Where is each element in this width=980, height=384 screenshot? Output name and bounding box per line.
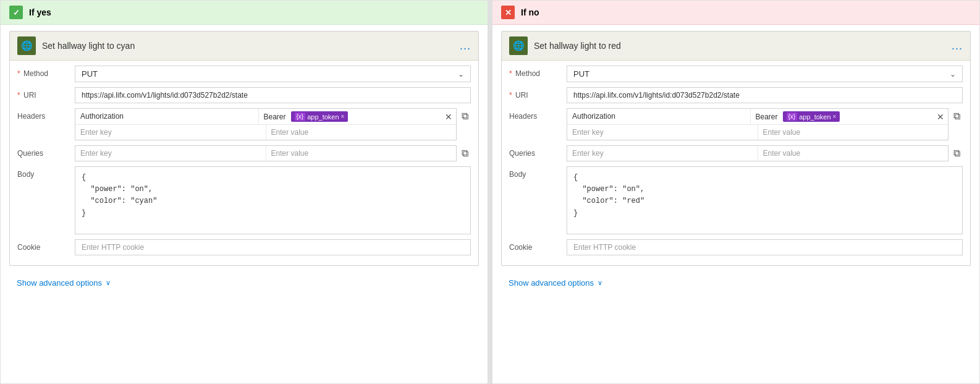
header-value2-cyan[interactable]: Enter value bbox=[266, 125, 457, 140]
method-dropdown-cyan[interactable]: PUT ⌄ bbox=[75, 66, 471, 82]
header-token-cell-cyan: Bearer {x} app_token × bbox=[259, 109, 442, 124]
header-row-2-cyan: Enter key Enter value bbox=[75, 125, 456, 140]
queries-row-red: Queries Enter key Enter value ⧉ bbox=[509, 145, 963, 161]
brace-icon-red: {x} bbox=[787, 113, 798, 121]
queries-row-cyan: Queries Enter key Enter value ⧉ bbox=[17, 145, 471, 161]
red-card-header: 🌐 Set hallway light to red ... bbox=[502, 32, 970, 61]
uri-label-red: * URI bbox=[509, 87, 562, 100]
headers-container-cyan: Authorization Bearer {x} app_token × bbox=[75, 108, 471, 140]
query-key-cyan[interactable]: Enter key bbox=[75, 146, 266, 161]
method-dropdown-red[interactable]: PUT ⌄ bbox=[567, 66, 963, 82]
required-star-uri: * bbox=[17, 91, 20, 100]
red-dots-menu[interactable]: ... bbox=[952, 40, 963, 53]
body-label-cyan: Body bbox=[17, 166, 70, 179]
chevron-advanced-cyan: ∨ bbox=[106, 279, 111, 287]
cookie-placeholder-red[interactable]: Enter HTTP cookie bbox=[567, 239, 963, 255]
red-card: 🌐 Set hallway light to red ... * Method … bbox=[501, 31, 971, 266]
show-advanced-label-cyan: Show advanced options bbox=[17, 278, 102, 288]
red-card-title: Set hallway light to red bbox=[534, 41, 621, 51]
header-key2-red[interactable]: Enter key bbox=[567, 125, 758, 140]
body-value-red[interactable]: { "power": "on", "color": "red" } bbox=[567, 166, 963, 234]
header-row-1-red: Authorization Bearer {x} app_token × bbox=[567, 109, 948, 125]
token-name-red: app_token bbox=[799, 113, 830, 121]
token-close-cyan[interactable]: × bbox=[341, 113, 345, 120]
red-card-header-left: 🌐 Set hallway light to red bbox=[509, 36, 621, 55]
body-input-cyan[interactable]: { "power": "on", "color": "cyan" } bbox=[75, 166, 471, 234]
show-advanced-label-red: Show advanced options bbox=[509, 278, 594, 288]
show-advanced-red[interactable]: Show advanced options ∨ bbox=[501, 273, 971, 292]
queries-grid-red: Enter key Enter value bbox=[567, 145, 948, 161]
queries-container-red: Enter key Enter value ⧉ bbox=[567, 145, 963, 161]
body-label-red: Body bbox=[509, 166, 562, 179]
token-tag-red: {x} app_token × bbox=[783, 111, 840, 122]
globe-icon-cyan: 🌐 bbox=[17, 36, 36, 55]
cyan-form: * Method PUT ⌄ * URI https:/ bbox=[10, 61, 478, 265]
cookie-input-red[interactable]: Enter HTTP cookie bbox=[567, 239, 963, 255]
uri-input-red[interactable]: https://api.lifx.com/v1/lights/id:d073d5… bbox=[567, 87, 963, 103]
uri-value-red[interactable]: https://api.lifx.com/v1/lights/id:d073d5… bbox=[567, 87, 963, 103]
brace-icon-cyan: {x} bbox=[295, 113, 306, 121]
cookie-placeholder-cyan[interactable]: Enter HTTP cookie bbox=[75, 239, 471, 255]
body-value-cyan[interactable]: { "power": "on", "color": "cyan" } bbox=[75, 166, 471, 234]
header-row-2-red: Enter key Enter value bbox=[567, 125, 948, 140]
bearer-text-red: Bearer bbox=[756, 113, 778, 121]
show-advanced-cyan[interactable]: Show advanced options ∨ bbox=[9, 273, 479, 292]
cookie-label-red: Cookie bbox=[509, 239, 562, 252]
cookie-label-cyan: Cookie bbox=[17, 239, 70, 252]
delete-header-red[interactable]: ✕ bbox=[933, 109, 948, 124]
uri-input-cyan[interactable]: https://api.lifx.com/v1/lights/id:d073d5… bbox=[75, 87, 471, 103]
token-close-red[interactable]: × bbox=[833, 113, 837, 120]
cyan-dots-menu[interactable]: ... bbox=[460, 40, 471, 53]
copy-queries-btn-red[interactable]: ⧉ bbox=[951, 145, 963, 161]
uri-label-cyan: * URI bbox=[17, 87, 70, 100]
check-icon: ✓ bbox=[9, 6, 23, 19]
method-label-red: * Method bbox=[509, 66, 562, 78]
if-yes-body: 🌐 Set hallway light to cyan ... * Method… bbox=[1, 25, 488, 383]
body-input-red[interactable]: { "power": "on", "color": "red" } bbox=[567, 166, 963, 234]
if-no-header: ✕ If no bbox=[492, 1, 979, 25]
cookie-input-cyan[interactable]: Enter HTTP cookie bbox=[75, 239, 471, 255]
headers-grid-red: Authorization Bearer {x} app_token × bbox=[567, 108, 948, 140]
token-name-cyan: app_token bbox=[307, 113, 339, 121]
cyan-card-header-left: 🌐 Set hallway light to cyan bbox=[17, 36, 135, 55]
if-yes-label: If yes bbox=[29, 7, 51, 17]
required-star-method-red: * bbox=[509, 69, 512, 78]
headers-row-red: Headers Authorization Bearer {x} app_tok… bbox=[509, 108, 963, 140]
red-form: * Method PUT ⌄ * URI https:/ bbox=[502, 61, 970, 265]
required-star: * bbox=[17, 69, 20, 78]
query-value-red[interactable]: Enter value bbox=[758, 146, 948, 161]
body-row-cyan: Body { "power": "on", "color": "cyan" } bbox=[17, 166, 471, 234]
cyan-card-title: Set hallway light to cyan bbox=[42, 41, 135, 51]
query-row-1-cyan: Enter key Enter value bbox=[75, 146, 456, 161]
method-select-cyan[interactable]: PUT ⌄ bbox=[75, 66, 471, 82]
query-row-1-red: Enter key Enter value bbox=[567, 146, 948, 161]
if-no-panel: ✕ If no 🌐 Set hallway light to red ... *… bbox=[492, 0, 980, 384]
required-star-uri-red: * bbox=[509, 91, 512, 100]
copy-headers-btn-red[interactable]: ⧉ bbox=[951, 108, 963, 124]
headers-grid-cyan: Authorization Bearer {x} app_token × bbox=[75, 108, 457, 140]
header-value2-red[interactable]: Enter value bbox=[758, 125, 948, 140]
header-key-cyan: Authorization bbox=[75, 109, 259, 124]
copy-queries-btn-cyan[interactable]: ⧉ bbox=[459, 145, 471, 161]
query-value-cyan[interactable]: Enter value bbox=[266, 146, 457, 161]
query-key-red[interactable]: Enter key bbox=[567, 146, 758, 161]
method-row-red: * Method PUT ⌄ bbox=[509, 66, 963, 82]
cyan-card-header: 🌐 Set hallway light to cyan ... bbox=[10, 32, 478, 61]
delete-header-cyan[interactable]: ✕ bbox=[441, 109, 456, 124]
queries-container-cyan: Enter key Enter value ⧉ bbox=[75, 145, 471, 161]
headers-container-red: Authorization Bearer {x} app_token × bbox=[567, 108, 963, 140]
chevron-down-icon-red: ⌄ bbox=[950, 70, 956, 79]
header-key-red: Authorization bbox=[567, 109, 751, 124]
if-no-label: If no bbox=[521, 7, 539, 17]
headers-row-cyan: Headers Authorization Bearer {x} app_tok… bbox=[17, 108, 471, 140]
header-key2-cyan[interactable]: Enter key bbox=[75, 125, 266, 140]
x-icon: ✕ bbox=[501, 6, 515, 19]
copy-headers-btn-cyan[interactable]: ⧉ bbox=[459, 108, 471, 124]
headers-label-cyan: Headers bbox=[17, 108, 70, 121]
cookie-row-cyan: Cookie Enter HTTP cookie bbox=[17, 239, 471, 255]
uri-value-cyan[interactable]: https://api.lifx.com/v1/lights/id:d073d5… bbox=[75, 87, 471, 103]
method-select-red[interactable]: PUT ⌄ bbox=[567, 66, 963, 82]
method-row-cyan: * Method PUT ⌄ bbox=[17, 66, 471, 82]
header-row-1-cyan: Authorization Bearer {x} app_token × bbox=[75, 109, 456, 125]
uri-row-red: * URI https://api.lifx.com/v1/lights/id:… bbox=[509, 87, 963, 103]
